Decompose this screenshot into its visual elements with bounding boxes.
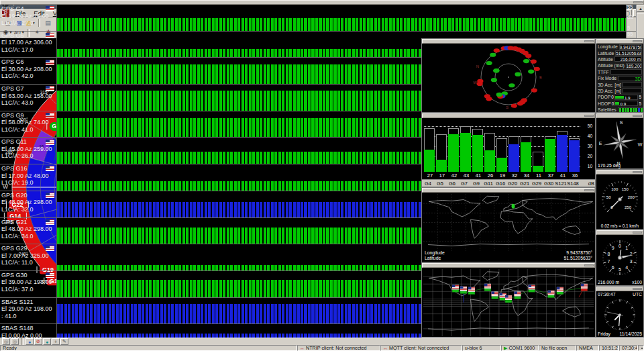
gauge-value: 1.9 bbox=[625, 95, 631, 100]
latitude-label: Latitude bbox=[425, 256, 441, 260]
compass-grip[interactable] bbox=[633, 115, 642, 117]
signal-chart-panel: 102030405027174243412619323411374136G4G5… bbox=[421, 113, 596, 187]
satellite-elaz: El 30.00 Az 208.00 bbox=[1, 66, 56, 73]
gauge-fill bbox=[615, 102, 619, 105]
scroll-up-button[interactable]: ▲ bbox=[637, 5, 644, 12]
gauge-max: 5 bbox=[638, 101, 642, 106]
status-receiver: u-blox 6 bbox=[462, 345, 501, 351]
satellite-name: GPS G30 bbox=[1, 272, 28, 279]
clock-titlebar[interactable] bbox=[596, 287, 643, 291]
edit-track-icon: ✎ bbox=[62, 339, 66, 344]
clock-grip[interactable] bbox=[633, 288, 642, 290]
satellite-name: GPS G5 bbox=[1, 32, 24, 40]
crosshair-button[interactable]: + bbox=[52, 338, 60, 345]
halt-button[interactable]: ◎ bbox=[11, 338, 19, 345]
data-label: 3D Acc. [m] bbox=[598, 83, 621, 87]
satellite-name-line: GPS G20 bbox=[1, 192, 56, 199]
edit-track-button[interactable]: ✎ bbox=[60, 338, 68, 345]
altimeter-dial: 0123456789 bbox=[596, 235, 643, 280]
nav-data-grip[interactable] bbox=[633, 40, 642, 42]
altitude-panel: 0123456789 216.000 m x100 bbox=[596, 230, 644, 286]
satellite-bar bbox=[638, 108, 640, 112]
satellite-elaz: El 17.00 Az 306.00 bbox=[1, 39, 56, 46]
position-map-titlebar[interactable] bbox=[422, 188, 595, 193]
world-view-button[interactable]: ● bbox=[25, 338, 34, 345]
altitude-needle bbox=[622, 255, 632, 258]
compass-titlebar[interactable] bbox=[596, 113, 643, 118]
gauge-max: 5 bbox=[638, 95, 642, 99]
position-map-grip[interactable] bbox=[584, 189, 594, 191]
constellation-dot-g6 bbox=[496, 93, 502, 97]
disconnect-button[interactable]: ⊘ bbox=[34, 338, 42, 345]
altitude-grip[interactable] bbox=[633, 232, 642, 234]
x-axis-strip: G4G5G6G7G9G11G16G20G21G29G30S121S148dB bbox=[422, 179, 595, 187]
svg-text:3: 3 bbox=[630, 259, 633, 264]
constellation-plot: NESW bbox=[422, 44, 595, 112]
satellite-name: GPS G9 bbox=[1, 112, 24, 119]
satellite-name: GPS G11 bbox=[1, 138, 27, 146]
signal-scale: 55dB5 bbox=[626, 5, 636, 31]
constellation-dot-g29 bbox=[490, 53, 496, 57]
satellite-bar bbox=[630, 108, 632, 112]
sat-map-titlebar[interactable] bbox=[422, 263, 595, 268]
data-row-fix-mode: Fix Mode3D bbox=[596, 75, 643, 81]
data-row-ttff: TTFF bbox=[596, 69, 643, 75]
analog-clock bbox=[596, 291, 643, 337]
us-flag-icon bbox=[46, 86, 54, 91]
stop-events-button[interactable]: ◎ bbox=[2, 338, 10, 345]
scale-max: 55 bbox=[627, 5, 636, 10]
compass-rose: SEWN bbox=[596, 118, 643, 168]
satellite-name: GPS G7 bbox=[1, 85, 24, 93]
x-axis-label: G21 bbox=[519, 181, 531, 187]
satellite-signal: L1C/A: 42.0 bbox=[1, 72, 56, 80]
scale-min: 5 bbox=[627, 26, 636, 31]
us-flag-icon bbox=[46, 60, 54, 65]
bar-value: 36 bbox=[569, 172, 581, 179]
constellation-dot-g27 bbox=[517, 101, 523, 105]
us-flag-icon bbox=[46, 166, 54, 171]
x-axis-label: G29 bbox=[531, 181, 543, 187]
status-file-text: No file open bbox=[541, 345, 567, 351]
nav-data-titlebar[interactable] bbox=[596, 39, 643, 44]
data-value: 3D bbox=[618, 76, 642, 81]
satellite-signal: L1C/A: 26.0 bbox=[1, 152, 56, 160]
satellite-name: GPS G6 bbox=[1, 58, 24, 66]
speed-grip[interactable] bbox=[633, 171, 642, 173]
satellite-info: GPS G16El 17.00 Az 48.00L1C/A: 19.0 bbox=[0, 164, 56, 191]
constellation-dot-g11 bbox=[491, 78, 497, 82]
satlist-grip[interactable] bbox=[633, 1, 643, 3]
bar-value: 32 bbox=[508, 172, 521, 179]
svg-text:250: 250 bbox=[625, 205, 632, 209]
signal-bar-g30 bbox=[545, 139, 555, 172]
constellation-titlebar[interactable] bbox=[422, 39, 595, 44]
scale-unit: dB bbox=[627, 15, 636, 20]
svg-text:100: 100 bbox=[611, 187, 619, 191]
satellite-name-line: GPS G7 bbox=[1, 85, 56, 93]
status-utctime: 07:30:4 bbox=[619, 345, 638, 351]
signal-chart-grip[interactable] bbox=[584, 115, 594, 117]
constellation-dot-g5 bbox=[486, 61, 492, 65]
constellation-dot-g10 bbox=[531, 60, 537, 64]
speedometer: 050100150200250 bbox=[596, 174, 643, 223]
crosshair-icon: + bbox=[54, 340, 57, 344]
y-axis-label: 20 bbox=[588, 154, 592, 158]
signal-chart-titlebar[interactable] bbox=[422, 113, 595, 118]
data-value bbox=[610, 69, 642, 74]
constellation-dot-g18 bbox=[534, 67, 540, 71]
data-row-latitude: Latitude51.51205633° bbox=[596, 50, 643, 56]
us-flag-icon bbox=[46, 193, 54, 198]
data-value: 51.51205633° bbox=[615, 50, 642, 56]
satellite-signal: L1C/A: 41.0 bbox=[1, 126, 56, 134]
altitude-titlebar[interactable] bbox=[596, 230, 643, 235]
position-marker bbox=[512, 204, 515, 209]
satellite-info: GPS G4El 19.00 Az 76.00L1C/A: 27.0 bbox=[0, 5, 56, 31]
satellite-row-g4[interactable]: GPS G4El 19.00 Az 76.00L1C/A: 27.055dB5 bbox=[0, 5, 636, 32]
speed-titlebar[interactable] bbox=[596, 170, 643, 174]
constellation-grip[interactable] bbox=[584, 40, 594, 42]
record-position-button[interactable]: ● bbox=[43, 338, 51, 345]
constellation-dot-g8 bbox=[511, 104, 517, 108]
satlist-titlebar[interactable] bbox=[0, 0, 644, 5]
status-ntrip-text: NTRIP client: Not connected bbox=[306, 345, 367, 351]
sat-map-grip[interactable] bbox=[584, 264, 594, 266]
clock-zone: UTC bbox=[633, 292, 642, 297]
